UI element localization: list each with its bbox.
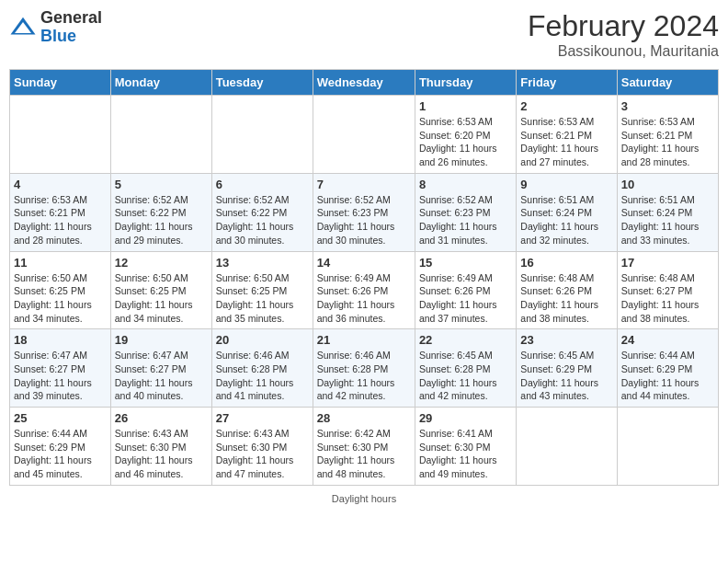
day-info: Sunrise: 6:48 AM Sunset: 6:27 PM Dayligh… bbox=[621, 271, 714, 326]
day-info: Sunrise: 6:48 AM Sunset: 6:26 PM Dayligh… bbox=[520, 271, 612, 326]
calendar-cell: 19Sunrise: 6:47 AM Sunset: 6:27 PM Dayli… bbox=[110, 329, 211, 408]
day-number: 16 bbox=[520, 256, 612, 270]
title-block: February 2024 Bassikounou, Mauritania bbox=[528, 9, 719, 60]
day-info: Sunrise: 6:46 AM Sunset: 6:28 PM Dayligh… bbox=[216, 349, 309, 403]
day-number: 8 bbox=[419, 178, 512, 191]
logo-blue: Blue bbox=[40, 28, 102, 46]
calendar-header: SundayMondayTuesdayWednesdayThursdayFrid… bbox=[10, 70, 719, 96]
calendar-week: 4Sunrise: 6:53 AM Sunset: 6:21 PM Daylig… bbox=[10, 173, 719, 251]
calendar-cell: 12Sunrise: 6:50 AM Sunset: 6:25 PM Dayli… bbox=[110, 251, 211, 329]
header-day: Thursday bbox=[415, 70, 516, 96]
header-day: Monday bbox=[110, 70, 211, 96]
calendar-cell: 6Sunrise: 6:52 AM Sunset: 6:22 PM Daylig… bbox=[211, 173, 313, 251]
day-number: 19 bbox=[115, 333, 208, 347]
day-number: 6 bbox=[216, 178, 309, 191]
header-day: Saturday bbox=[617, 70, 718, 96]
calendar-cell: 14Sunrise: 6:49 AM Sunset: 6:26 PM Dayli… bbox=[313, 251, 415, 329]
day-info: Sunrise: 6:44 AM Sunset: 6:29 PM Dayligh… bbox=[621, 349, 714, 403]
day-number: 17 bbox=[621, 256, 714, 270]
day-number: 4 bbox=[14, 178, 107, 191]
calendar-cell: 15Sunrise: 6:49 AM Sunset: 6:26 PM Dayli… bbox=[415, 251, 516, 329]
calendar-cell: 21Sunrise: 6:46 AM Sunset: 6:28 PM Dayli… bbox=[313, 329, 415, 408]
day-info: Sunrise: 6:50 AM Sunset: 6:25 PM Dayligh… bbox=[216, 271, 309, 326]
day-number: 2 bbox=[520, 99, 612, 113]
calendar-cell: 8Sunrise: 6:52 AM Sunset: 6:23 PM Daylig… bbox=[415, 173, 516, 251]
day-info: Sunrise: 6:51 AM Sunset: 6:24 PM Dayligh… bbox=[621, 193, 714, 247]
day-number: 18 bbox=[14, 333, 107, 347]
day-number: 9 bbox=[520, 178, 612, 191]
day-number: 23 bbox=[520, 333, 612, 347]
header-day: Friday bbox=[517, 70, 617, 96]
calendar-week: 25Sunrise: 6:44 AM Sunset: 6:29 PM Dayli… bbox=[10, 408, 719, 486]
location: Bassikounou, Mauritania bbox=[528, 43, 719, 60]
day-number: 1 bbox=[419, 99, 512, 113]
day-number: 25 bbox=[14, 411, 107, 425]
calendar-cell bbox=[110, 96, 211, 174]
day-info: Sunrise: 6:53 AM Sunset: 6:21 PM Dayligh… bbox=[14, 193, 107, 247]
calendar-cell: 27Sunrise: 6:43 AM Sunset: 6:30 PM Dayli… bbox=[211, 408, 313, 486]
calendar-cell: 26Sunrise: 6:43 AM Sunset: 6:30 PM Dayli… bbox=[110, 408, 211, 486]
day-info: Sunrise: 6:42 AM Sunset: 6:30 PM Dayligh… bbox=[317, 427, 411, 481]
calendar-cell: 3Sunrise: 6:53 AM Sunset: 6:21 PM Daylig… bbox=[617, 96, 718, 174]
day-info: Sunrise: 6:43 AM Sunset: 6:30 PM Dayligh… bbox=[115, 427, 208, 481]
calendar-cell: 5Sunrise: 6:52 AM Sunset: 6:22 PM Daylig… bbox=[110, 173, 211, 251]
calendar-cell: 2Sunrise: 6:53 AM Sunset: 6:21 PM Daylig… bbox=[517, 96, 617, 174]
day-info: Sunrise: 6:50 AM Sunset: 6:25 PM Dayligh… bbox=[115, 271, 208, 326]
header-day: Sunday bbox=[10, 70, 111, 96]
day-info: Sunrise: 6:50 AM Sunset: 6:25 PM Dayligh… bbox=[14, 271, 107, 326]
day-info: Sunrise: 6:45 AM Sunset: 6:28 PM Dayligh… bbox=[419, 349, 512, 403]
calendar-week: 11Sunrise: 6:50 AM Sunset: 6:25 PM Dayli… bbox=[10, 251, 719, 329]
day-number: 20 bbox=[216, 333, 309, 347]
calendar-cell: 16Sunrise: 6:48 AM Sunset: 6:26 PM Dayli… bbox=[517, 251, 617, 329]
calendar-cell bbox=[617, 408, 718, 486]
calendar-cell: 7Sunrise: 6:52 AM Sunset: 6:23 PM Daylig… bbox=[313, 173, 415, 251]
header-day: Wednesday bbox=[313, 70, 415, 96]
header-row: SundayMondayTuesdayWednesdayThursdayFrid… bbox=[10, 70, 719, 96]
calendar-cell bbox=[313, 96, 415, 174]
calendar-cell: 10Sunrise: 6:51 AM Sunset: 6:24 PM Dayli… bbox=[617, 173, 718, 251]
day-info: Sunrise: 6:53 AM Sunset: 6:21 PM Dayligh… bbox=[621, 115, 714, 169]
calendar-cell: 18Sunrise: 6:47 AM Sunset: 6:27 PM Dayli… bbox=[10, 329, 111, 408]
calendar-cell: 29Sunrise: 6:41 AM Sunset: 6:30 PM Dayli… bbox=[415, 408, 516, 486]
calendar-cell: 24Sunrise: 6:44 AM Sunset: 6:29 PM Dayli… bbox=[617, 329, 718, 408]
day-info: Sunrise: 6:52 AM Sunset: 6:22 PM Dayligh… bbox=[216, 193, 309, 247]
day-info: Sunrise: 6:44 AM Sunset: 6:29 PM Dayligh… bbox=[14, 427, 107, 481]
page-header: General Blue February 2024 Bassikounou, … bbox=[9, 9, 719, 60]
calendar-week: 18Sunrise: 6:47 AM Sunset: 6:27 PM Dayli… bbox=[10, 329, 719, 408]
day-number: 27 bbox=[216, 411, 309, 425]
calendar-cell: 25Sunrise: 6:44 AM Sunset: 6:29 PM Dayli… bbox=[10, 408, 111, 486]
logo-general: General bbox=[40, 9, 102, 28]
month-year: February 2024 bbox=[528, 9, 719, 43]
day-number: 5 bbox=[115, 178, 208, 191]
calendar-cell: 1Sunrise: 6:53 AM Sunset: 6:20 PM Daylig… bbox=[415, 96, 516, 174]
daylight-hours-label: Daylight hours bbox=[332, 493, 396, 504]
calendar-cell: 13Sunrise: 6:50 AM Sunset: 6:25 PM Dayli… bbox=[211, 251, 313, 329]
calendar-cell: 22Sunrise: 6:45 AM Sunset: 6:28 PM Dayli… bbox=[415, 329, 516, 408]
day-number: 26 bbox=[115, 411, 208, 425]
calendar-cell: 9Sunrise: 6:51 AM Sunset: 6:24 PM Daylig… bbox=[517, 173, 617, 251]
day-info: Sunrise: 6:43 AM Sunset: 6:30 PM Dayligh… bbox=[216, 427, 309, 481]
day-info: Sunrise: 6:45 AM Sunset: 6:29 PM Dayligh… bbox=[520, 349, 612, 403]
calendar-week: 1Sunrise: 6:53 AM Sunset: 6:20 PM Daylig… bbox=[10, 96, 719, 174]
logo-text: General Blue bbox=[40, 9, 102, 46]
calendar-cell bbox=[211, 96, 313, 174]
day-info: Sunrise: 6:46 AM Sunset: 6:28 PM Dayligh… bbox=[317, 349, 411, 403]
calendar-cell: 17Sunrise: 6:48 AM Sunset: 6:27 PM Dayli… bbox=[617, 251, 718, 329]
calendar-cell: 20Sunrise: 6:46 AM Sunset: 6:28 PM Dayli… bbox=[211, 329, 313, 408]
logo: General Blue bbox=[9, 9, 102, 46]
day-info: Sunrise: 6:47 AM Sunset: 6:27 PM Dayligh… bbox=[14, 349, 107, 403]
day-number: 28 bbox=[317, 411, 411, 425]
day-number: 13 bbox=[216, 256, 309, 270]
day-number: 10 bbox=[621, 178, 714, 191]
calendar-table: SundayMondayTuesdayWednesdayThursdayFrid… bbox=[9, 69, 719, 486]
logo-icon bbox=[9, 14, 37, 41]
day-info: Sunrise: 6:52 AM Sunset: 6:22 PM Dayligh… bbox=[115, 193, 208, 247]
calendar-cell bbox=[10, 96, 111, 174]
day-number: 7 bbox=[317, 178, 411, 191]
day-info: Sunrise: 6:51 AM Sunset: 6:24 PM Dayligh… bbox=[520, 193, 612, 247]
calendar-cell bbox=[517, 408, 617, 486]
day-info: Sunrise: 6:53 AM Sunset: 6:21 PM Dayligh… bbox=[520, 115, 612, 169]
day-number: 29 bbox=[419, 411, 512, 425]
day-info: Sunrise: 6:47 AM Sunset: 6:27 PM Dayligh… bbox=[115, 349, 208, 403]
calendar-cell: 11Sunrise: 6:50 AM Sunset: 6:25 PM Dayli… bbox=[10, 251, 111, 329]
